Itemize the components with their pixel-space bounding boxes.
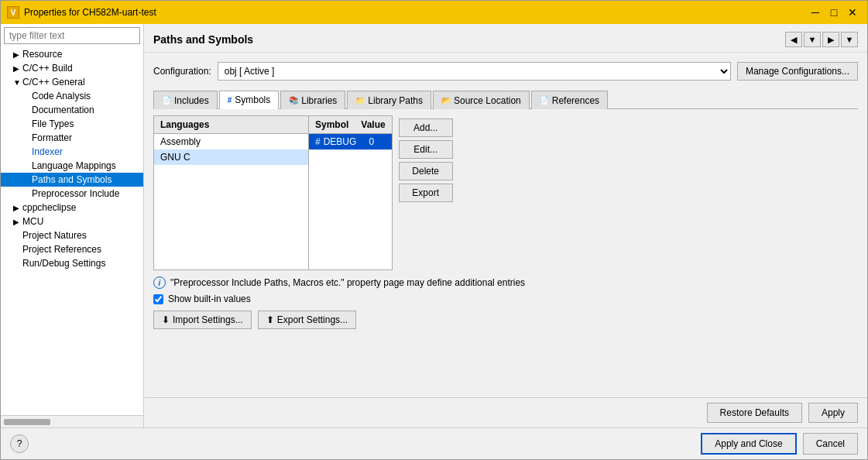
sidebar-scrollbar[interactable]: [1, 415, 143, 427]
library-paths-tab-icon: 📁: [355, 96, 365, 105]
tree-arrow-cpp-general: ▼: [13, 78, 22, 87]
tab-source-location-label: Source Location: [454, 95, 521, 106]
sidebar-item-language-mappings[interactable]: Language Mappings: [1, 159, 143, 173]
help-button[interactable]: ?: [10, 434, 29, 453]
config-row: Configuration: obj [ Active ] Manage Con…: [153, 62, 858, 81]
app-icon: V: [7, 6, 19, 19]
sidebar-item-label-language-mappings: Language Mappings: [32, 160, 116, 171]
sidebar-item-label-formatter: Formatter: [32, 132, 72, 143]
sidebar-item-label-resource: Resource: [22, 49, 62, 60]
lang-item-gnu-c[interactable]: GNU C: [154, 149, 308, 165]
checkbox-row: Show built-in values: [153, 294, 858, 304]
sidebar-item-formatter[interactable]: Formatter: [1, 131, 143, 145]
tab-references-label: References: [552, 95, 599, 106]
tree-arrow-run-debug-settings: [13, 259, 22, 268]
footer-bar: ? Apply and Close Cancel: [1, 427, 867, 459]
tree-arrow-file-types: [22, 120, 32, 129]
languages-header: Languages: [154, 116, 308, 134]
sidebar-item-documentation[interactable]: Documentation: [1, 103, 143, 117]
export-button[interactable]: Export: [399, 184, 453, 202]
tab-includes[interactable]: 📄 Includes: [153, 91, 218, 109]
symbol-table-container: Languages Assembly GNU C Symbol Value: [153, 115, 393, 270]
sidebar-item-file-types[interactable]: File Types: [1, 117, 143, 131]
tab-symbols[interactable]: # Symbols: [219, 91, 280, 109]
symbol-cell: # DEBUG: [309, 134, 362, 149]
export-settings-label: Export Settings...: [277, 314, 348, 325]
export-settings-button[interactable]: ⬆ Export Settings...: [258, 311, 356, 329]
apply-and-close-button[interactable]: Apply and Close: [701, 433, 796, 455]
symbol-name: DEBUG: [324, 136, 357, 147]
symbols-tab-icon: #: [228, 96, 232, 105]
title-controls: ─ □ ✕: [807, 5, 861, 20]
tab-includes-label: Includes: [174, 95, 209, 106]
info-row: i "Preprocessor Include Paths, Macros et…: [153, 276, 858, 289]
sidebar-item-project-natures[interactable]: Project Natures: [1, 228, 143, 242]
sidebar-item-paths-and-symbols[interactable]: Paths and Symbols: [1, 173, 143, 187]
title-bar: V Properties for CH582M-uart-test ─ □ ✕: [1, 1, 867, 24]
tree-arrow-documentation: [22, 106, 32, 115]
symbol-table-header: Symbol Value: [309, 116, 392, 134]
nav-dropdown-button[interactable]: ▼: [804, 32, 821, 47]
forward-button[interactable]: ▶: [822, 32, 839, 47]
sidebar-item-label-indexer: Indexer: [32, 146, 63, 157]
sidebar-item-label-file-types: File Types: [32, 118, 74, 129]
back-button[interactable]: ◀: [785, 32, 802, 47]
import-icon: ⬇: [162, 314, 170, 325]
config-select[interactable]: obj [ Active ]: [218, 62, 731, 81]
tab-libraries-label: Libraries: [301, 95, 337, 106]
manage-configurations-button[interactable]: Manage Configurations...: [737, 62, 858, 81]
show-built-in-checkbox[interactable]: [153, 294, 163, 304]
sidebar-item-cppcheclipse[interactable]: ▶ cppcheclipse: [1, 201, 143, 215]
sidebar-item-indexer[interactable]: Indexer: [1, 145, 143, 159]
sidebar-item-label-cpp-build: C/C++ Build: [22, 63, 73, 74]
sidebar-item-mcu[interactable]: ▶ MCU: [1, 215, 143, 228]
tree-arrow-code-analysis: [22, 92, 32, 101]
lang-item-assembly[interactable]: Assembly: [154, 134, 308, 149]
sidebar-item-run-debug-settings[interactable]: Run/Debug Settings: [1, 256, 143, 270]
sidebar-item-label-project-references: Project References: [22, 244, 101, 255]
info-icon: i: [153, 276, 166, 289]
export-icon: ⬆: [266, 314, 274, 325]
sidebar-item-label-mcu: MCU: [22, 216, 43, 227]
sidebar-item-label-paths-and-symbols: Paths and Symbols: [32, 174, 112, 185]
side-buttons: Add... Edit... Delete Export: [396, 115, 456, 270]
filter-input[interactable]: [4, 27, 140, 44]
tab-libraries[interactable]: 📚 Libraries: [280, 91, 345, 109]
symbol-column-header: Symbol: [309, 116, 355, 133]
properties-window: V Properties for CH582M-uart-test ─ □ ✕ …: [0, 0, 868, 460]
tree-area: ▶ Resource ▶ C/C++ Build ▼ C/C++ General…: [1, 47, 143, 415]
apply-button[interactable]: Apply: [808, 403, 858, 423]
sidebar-item-code-analysis[interactable]: Code Analysis: [1, 89, 143, 103]
scroll-thumb: [4, 419, 50, 425]
forward-dropdown-button[interactable]: ▼: [841, 32, 858, 47]
sidebar-item-preprocessor-include[interactable]: Preprocessor Include: [1, 187, 143, 201]
title-bar-left: V Properties for CH582M-uart-test: [7, 6, 156, 19]
sidebar-item-label-cppcheclipse: cppcheclipse: [22, 202, 76, 213]
tree-arrow-mcu: ▶: [13, 218, 22, 226]
info-text: "Preprocessor Include Paths, Macros etc.…: [170, 277, 525, 288]
sidebar-item-resource[interactable]: ▶ Resource: [1, 47, 143, 61]
minimize-button[interactable]: ─: [807, 5, 824, 20]
tab-references[interactable]: 📄 References: [531, 91, 608, 109]
restore-defaults-button[interactable]: Restore Defaults: [707, 403, 802, 423]
sidebar-item-label-run-debug-settings: Run/Debug Settings: [22, 258, 105, 269]
edit-button[interactable]: Edit...: [399, 140, 453, 159]
sidebar-item-label-preprocessor-include: Preprocessor Include: [32, 188, 119, 199]
cancel-button[interactable]: Cancel: [803, 433, 858, 455]
import-settings-button[interactable]: ⬇ Import Settings...: [153, 311, 252, 329]
tab-source-location[interactable]: 📂 Source Location: [433, 91, 530, 109]
sidebar-item-project-references[interactable]: Project References: [1, 242, 143, 256]
delete-button[interactable]: Delete: [399, 162, 453, 180]
maximize-button[interactable]: □: [825, 5, 842, 20]
tree-arrow-resource: ▶: [13, 50, 22, 59]
sidebar-item-cpp-build[interactable]: ▶ C/C++ Build: [1, 61, 143, 75]
table-row[interactable]: # DEBUG 0: [309, 134, 392, 150]
panel-title: Paths and Symbols: [153, 33, 253, 46]
languages-panel: Languages Assembly GNU C: [154, 116, 309, 269]
add-button[interactable]: Add...: [399, 118, 453, 137]
tab-library-paths[interactable]: 📁 Library Paths: [347, 91, 431, 109]
sidebar-item-label-project-natures: Project Natures: [22, 230, 87, 241]
sidebar-item-cpp-general[interactable]: ▼ C/C++ General: [1, 75, 143, 89]
tree-arrow-cppcheclipse: ▶: [13, 204, 22, 212]
close-button[interactable]: ✕: [844, 5, 861, 20]
